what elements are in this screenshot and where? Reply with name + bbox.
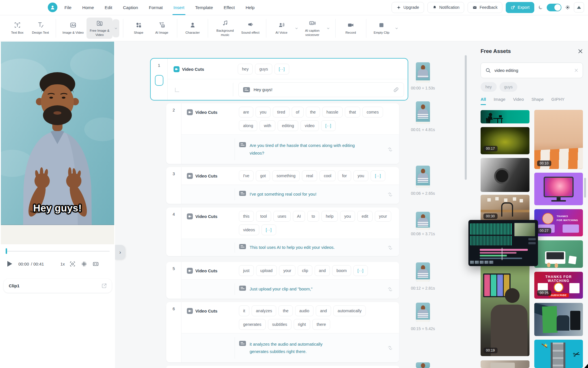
asset-tile-thanks-for-watching-red[interactable]: THANKS FOR WATCHING SUBSCRIBE 00:25 <box>534 272 583 299</box>
menu-effect[interactable]: Effect <box>224 0 235 15</box>
word-chip[interactable]: your <box>279 265 295 276</box>
word-chip[interactable]: of <box>292 107 304 117</box>
unlink-icon[interactable] <box>387 345 394 351</box>
word-chip[interactable]: audio <box>295 305 314 316</box>
open-clip-icon[interactable] <box>101 283 107 289</box>
segment-thumb-4[interactable] <box>416 212 430 230</box>
caption-text[interactable]: it analyzes the audio and automatically … <box>250 341 323 356</box>
seek-bar[interactable] <box>6 251 110 252</box>
tag-hey[interactable]: hey <box>481 82 497 92</box>
caption-editor-field[interactable]: Hey guys! <box>238 82 404 97</box>
pause-chip[interactable]: [··] <box>353 265 368 276</box>
search-input[interactable] <box>494 68 574 73</box>
word-chip[interactable]: the <box>278 305 293 316</box>
word-chip[interactable]: got <box>256 170 270 181</box>
word-chip[interactable]: just <box>239 265 254 276</box>
link-icon[interactable] <box>393 87 399 93</box>
asset-tile-color-grading-editor[interactable]: 00:19 <box>481 264 529 356</box>
asset-tile-video-editing-illustration[interactable]: ★ ✂ <box>534 340 583 368</box>
word-chip[interactable]: videos <box>239 224 259 235</box>
collapse-toolbar-button[interactable] <box>574 2 584 12</box>
asset-tile-purple-monitor-influencer[interactable] <box>534 173 583 205</box>
close-icon[interactable] <box>577 48 583 54</box>
word-chip[interactable]: you <box>256 107 271 117</box>
word-chip[interactable]: help <box>321 211 338 222</box>
menu-caption[interactable]: Caption <box>123 0 138 15</box>
word-chip[interactable]: the <box>306 107 320 117</box>
notification-button[interactable]: Notification <box>427 2 464 13</box>
clip-list-item[interactable]: Clip1 <box>4 279 112 293</box>
asset-tile-green-desk-laptop[interactable] <box>534 240 583 268</box>
asset-hover-preview[interactable] <box>468 220 538 266</box>
free-image-video-dropdown[interactable] <box>113 19 119 37</box>
tag-guys[interactable]: guys <box>500 82 518 92</box>
word-chip[interactable]: and <box>316 305 331 316</box>
segment-card-2[interactable]: 2 Video Cuts are you tired of the hassle… <box>166 103 399 164</box>
word-chip[interactable]: tired <box>273 107 289 117</box>
word-chip[interactable]: it <box>239 305 249 316</box>
theme-toggle[interactable] <box>547 4 561 11</box>
asset-search-box[interactable] <box>481 63 583 78</box>
menu-insert[interactable]: Insert <box>174 0 185 15</box>
segment-card-1[interactable]: 1 Video Cuts hey guys [··] <box>150 58 408 100</box>
word-chip[interactable]: clip <box>298 265 312 276</box>
asset-tile-craft-workshop[interactable]: 00:30 <box>481 195 529 222</box>
segment-card-4[interactable]: 4 Video Cuts this tool uses AI to help y… <box>166 207 399 256</box>
word-chip[interactable]: for <box>338 170 351 181</box>
word-chip[interactable]: to <box>307 211 319 222</box>
unlink-icon[interactable] <box>387 146 394 153</box>
unlink-icon[interactable] <box>387 191 394 198</box>
word-chip[interactable]: along <box>239 120 257 131</box>
segment-checkbox[interactable] <box>155 75 163 86</box>
export-button[interactable]: Export <box>506 2 534 13</box>
toolbar-free-image-video[interactable]: Free Image & Video <box>87 18 113 39</box>
word-chip[interactable]: tool <box>256 211 271 222</box>
segment-thumb-2[interactable] <box>416 101 430 124</box>
asset-tile-beach-sand-towel[interactable]: 00:10 <box>534 110 583 169</box>
segment-thumb-7[interactable] <box>416 362 430 368</box>
word-chip[interactable]: subtitles <box>268 319 291 330</box>
user-avatar[interactable] <box>48 3 57 12</box>
word-chip[interactable]: your <box>375 211 391 222</box>
unlink-icon[interactable] <box>387 286 394 293</box>
word-chip[interactable]: edit <box>357 211 372 222</box>
playhead-marker[interactable] <box>6 248 7 254</box>
caption-text[interactable]: This tool uses AI to help you edit your … <box>250 244 335 251</box>
word-chip[interactable]: hassle <box>322 107 343 117</box>
grid-icon[interactable] <box>81 261 87 267</box>
menu-edit[interactable]: Edit <box>105 0 112 15</box>
toolbar-sound-effect[interactable]: Sound effect <box>238 20 262 37</box>
word-chip[interactable]: guys <box>255 64 272 74</box>
word-chip[interactable]: right <box>294 319 310 330</box>
word-chip[interactable]: generates <box>239 319 266 330</box>
tab-all[interactable]: All <box>481 97 486 105</box>
expand-preview-tab[interactable]: › <box>115 245 125 260</box>
unlink-icon[interactable] <box>387 244 394 251</box>
aspect-ratio-icon[interactable] <box>92 261 99 267</box>
toolbar-shape[interactable]: Shape <box>127 20 150 37</box>
toolbar-ai-image[interactable]: AI Image <box>150 20 173 37</box>
toolbar-background-music[interactable]: Background music <box>212 18 238 39</box>
asset-tile-camera-closeup[interactable] <box>481 158 529 192</box>
word-chip[interactable]: and <box>315 265 330 276</box>
asset-tile-thanks-for-watching-purple[interactable]: THANKS FOR WATCHING 00:27 <box>534 209 583 236</box>
segment-thumb-3[interactable] <box>416 166 430 188</box>
upgrade-button[interactable]: Upgrade <box>392 2 424 13</box>
tab-giphy[interactable]: GIPHY <box>551 97 565 105</box>
word-chip[interactable]: real <box>302 170 317 181</box>
word-chip[interactable]: I've <box>239 170 254 181</box>
asset-tile-abstract-fractal[interactable]: 00:17 <box>481 127 529 154</box>
segment-card-7[interactable] <box>166 366 399 368</box>
clear-search-icon[interactable] <box>574 68 579 73</box>
segment-thumb-6[interactable] <box>416 303 430 322</box>
word-chip[interactable]: comes <box>362 107 383 117</box>
snapshot-icon[interactable] <box>69 261 76 267</box>
pause-chip[interactable]: [··] <box>261 224 276 235</box>
segment-card-3[interactable]: 3 Video Cuts I've got something real coo… <box>166 167 399 204</box>
toolbar-empty-clip[interactable]: Empty Clip <box>370 20 393 37</box>
word-chip[interactable]: with <box>260 120 275 131</box>
caption-text[interactable]: I've got something real cool for you! <box>250 191 316 198</box>
word-chip[interactable]: that <box>345 107 360 117</box>
empty-clip-dropdown[interactable] <box>393 24 400 32</box>
menu-help[interactable]: Help <box>246 0 255 15</box>
